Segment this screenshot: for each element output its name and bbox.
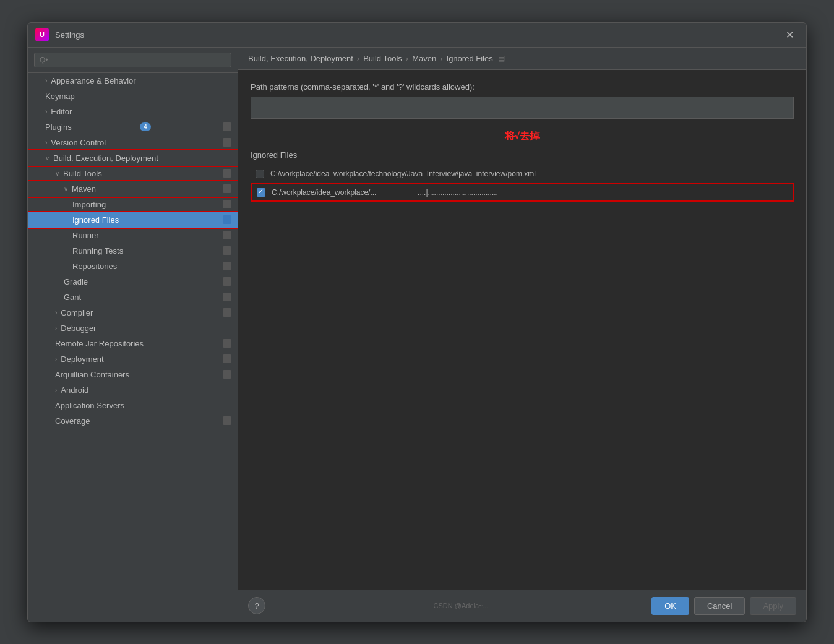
settings-icon <box>223 138 231 147</box>
sidebar-item-plugins[interactable]: Plugins 4 <box>28 119 238 135</box>
cancel-button[interactable]: Cancel <box>694 597 745 615</box>
file-checkbox-1[interactable] <box>256 170 264 178</box>
settings-icon <box>223 354 231 363</box>
expand-arrow: › <box>55 309 57 316</box>
bottom-bar: ? CSDN @Adela~... OK Cancel Apply <box>238 590 806 622</box>
settings-icon <box>223 231 231 239</box>
expand-arrow: › <box>55 325 57 332</box>
sidebar-item-compiler[interactable]: › Compiler <box>28 305 238 320</box>
sidebar-item-remote-jar[interactable]: Remote Jar Repositories <box>28 336 238 351</box>
sidebar-item-label: Coverage <box>55 416 90 426</box>
file-path-2: C:/workplace/idea_workplace/... ....|...… <box>272 188 498 197</box>
watermark: CSDN @Adela~... <box>434 602 489 609</box>
dialog-title: Settings <box>55 30 781 40</box>
sidebar-item-running-tests[interactable]: Running Tests <box>28 243 238 259</box>
chinese-annotation: 将√去掉 <box>251 130 794 143</box>
sidebar-item-build-exec-deploy[interactable]: ∨ Build, Execution, Deployment <box>28 150 238 166</box>
sidebar-item-appearance[interactable]: › Appearance & Behavior <box>28 73 238 88</box>
expand-arrow: ∨ <box>64 186 68 192</box>
breadcrumb-menu-icon[interactable]: ▤ <box>498 54 505 62</box>
sidebar-item-label: Arquillian Containers <box>55 370 129 379</box>
sidebar-item-label: Plugins <box>45 122 72 132</box>
sidebar-item-label: Compiler <box>61 308 93 317</box>
ok-button[interactable]: OK <box>651 597 689 615</box>
expand-arrow: ∨ <box>45 155 49 161</box>
breadcrumb-sep-2: › <box>406 54 408 63</box>
sidebar-item-label: Deployment <box>61 354 103 364</box>
file-item-2[interactable]: C:/workplace/idea_workplace/... ....|...… <box>251 183 794 202</box>
sidebar-item-label: Version Control <box>51 138 106 147</box>
sidebar-item-label: Repositories <box>72 262 117 271</box>
sidebar-item-deployment[interactable]: › Deployment <box>28 351 238 367</box>
settings-icon <box>223 416 231 425</box>
settings-icon <box>223 308 231 317</box>
settings-icon <box>223 262 231 270</box>
sidebar-item-repositories[interactable]: Repositories <box>28 259 238 274</box>
file-checkbox-2[interactable] <box>257 188 265 197</box>
sidebar-item-label: Application Servers <box>55 401 124 410</box>
sidebar-item-label: Editor <box>51 107 72 116</box>
path-patterns-label: Path patterns (comma-separated, '*' and … <box>251 82 794 92</box>
main-content: Build, Execution, Deployment › Build Too… <box>238 48 806 622</box>
file-list: C:/workplace/idea_workplace/technology/J… <box>251 166 794 202</box>
settings-icon <box>223 169 231 178</box>
sidebar-item-label: Debugger <box>61 324 96 333</box>
expand-arrow: › <box>45 139 47 146</box>
breadcrumb-build-tools: Build Tools <box>363 54 402 63</box>
sidebar-item-version-control[interactable]: › Version Control <box>28 135 238 150</box>
plugins-badge: 4 <box>140 122 151 131</box>
expand-arrow: › <box>45 108 47 115</box>
sidebar-item-maven[interactable]: ∨ Maven <box>28 181 238 197</box>
sidebar: › Appearance & Behavior Keymap › Editor … <box>28 48 238 622</box>
app-logo: U <box>35 28 49 41</box>
close-button[interactable]: ✕ <box>781 27 799 43</box>
sidebar-item-label: Remote Jar Repositories <box>55 339 144 348</box>
sidebar-item-gradle[interactable]: Gradle <box>28 274 238 290</box>
sidebar-item-keymap[interactable]: Keymap <box>28 88 238 104</box>
sidebar-item-arquillian[interactable]: Arquillian Containers <box>28 367 238 382</box>
breadcrumb-sep-1: › <box>357 54 359 63</box>
sidebar-item-label: Android <box>61 385 88 395</box>
settings-icon <box>223 293 231 301</box>
settings-icon <box>223 246 231 255</box>
sidebar-item-android[interactable]: › Android <box>28 382 238 398</box>
sidebar-item-coverage[interactable]: Coverage <box>28 413 238 429</box>
settings-icon <box>223 184 231 193</box>
file-path-1: C:/workplace/idea_workplace/technology/J… <box>270 170 536 178</box>
breadcrumb-current: Ignored Files <box>447 54 493 63</box>
settings-icon <box>223 122 231 131</box>
ignored-files-label: Ignored Files <box>251 150 794 160</box>
ignored-files-section: Ignored Files C:/workplace/idea_workplac… <box>251 150 794 202</box>
settings-icon <box>223 277 231 286</box>
path-patterns-input[interactable] <box>251 97 794 119</box>
sidebar-item-ignored-files[interactable]: Ignored Files <box>28 212 238 228</box>
sidebar-item-runner[interactable]: Runner <box>28 228 238 243</box>
sidebar-item-label: Build Tools <box>63 169 102 178</box>
sidebar-item-build-tools[interactable]: ∨ Build Tools <box>28 166 238 181</box>
expand-arrow: › <box>55 356 57 363</box>
sidebar-item-importing[interactable]: Importing <box>28 197 238 212</box>
sidebar-item-debugger[interactable]: › Debugger <box>28 320 238 336</box>
sidebar-item-app-servers[interactable]: Application Servers <box>28 398 238 413</box>
help-button[interactable]: ? <box>248 597 265 614</box>
title-bar: U Settings ✕ <box>28 23 806 48</box>
sidebar-item-label: Appearance & Behavior <box>51 76 135 85</box>
sidebar-item-label: Importing <box>72 200 106 209</box>
sidebar-item-label: Build, Execution, Deployment <box>53 153 158 163</box>
breadcrumb-build: Build, Execution, Deployment <box>248 54 353 63</box>
breadcrumb-maven: Maven <box>412 54 436 63</box>
file-item-1[interactable]: C:/workplace/idea_workplace/technology/J… <box>251 166 794 182</box>
settings-dialog: U Settings ✕ › Appearance & Behavior Key… <box>27 22 807 622</box>
sidebar-item-label: Ignored Files <box>72 215 119 225</box>
sidebar-item-editor[interactable]: › Editor <box>28 104 238 119</box>
expand-arrow: › <box>45 77 47 84</box>
breadcrumb-bar: Build, Execution, Deployment › Build Too… <box>238 48 806 70</box>
sidebar-item-gant[interactable]: Gant <box>28 290 238 305</box>
sidebar-content: › Appearance & Behavior Keymap › Editor … <box>28 73 238 622</box>
search-input[interactable] <box>34 53 231 67</box>
settings-icon <box>223 215 231 224</box>
apply-button[interactable]: Apply <box>750 597 796 615</box>
expand-arrow: › <box>55 387 57 393</box>
breadcrumb-sep-3: › <box>440 54 442 63</box>
dialog-body: › Appearance & Behavior Keymap › Editor … <box>28 48 806 622</box>
